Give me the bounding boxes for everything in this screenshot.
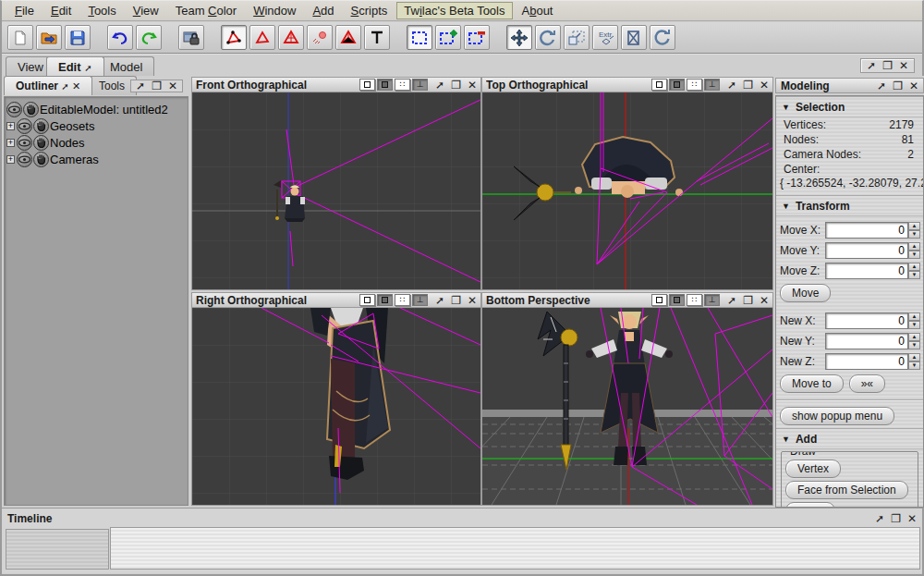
redo-button[interactable] <box>136 25 162 50</box>
tab-tools[interactable]: Tools <box>87 76 137 95</box>
move-button[interactable]: Move <box>780 284 831 302</box>
lock-hand-icon[interactable] <box>33 152 49 167</box>
viewport-right-canvas[interactable] <box>191 308 481 506</box>
undo-button[interactable] <box>107 25 133 50</box>
new-y-input[interactable] <box>825 333 908 349</box>
spin-up-icon[interactable]: ▲ <box>908 313 920 321</box>
lock-hand-icon[interactable] <box>33 135 49 151</box>
maximize-icon[interactable]: ❐ <box>743 296 753 305</box>
tree-item-geosets[interactable]: + Geosets <box>6 117 186 134</box>
float-icon[interactable]: ➚ <box>136 81 145 91</box>
maximize-icon[interactable]: ❐ <box>451 80 461 90</box>
text-mode-button[interactable] <box>364 25 390 50</box>
spin-up-icon[interactable]: ▲ <box>908 263 920 271</box>
selection-section-header[interactable]: ▼ Selection <box>776 96 923 117</box>
move-y-input[interactable] <box>825 242 908 259</box>
float-icon[interactable]: ➚ <box>867 61 876 70</box>
spin-up-icon[interactable]: ▲ <box>908 222 920 230</box>
move-to-button[interactable]: Move to <box>780 374 844 393</box>
spin-down-icon[interactable]: ▼ <box>908 341 920 349</box>
menu-team-color[interactable]: Team Color <box>168 2 244 19</box>
new-x-input[interactable] <box>825 313 908 329</box>
ortho-toggle[interactable]: ⊥ <box>412 294 428 306</box>
move-x-input[interactable] <box>825 222 908 239</box>
close-icon[interactable]: ✕ <box>909 81 918 91</box>
grid-dots-toggle[interactable]: ∷ <box>395 294 410 306</box>
expand-plus-icon[interactable]: + <box>6 155 15 164</box>
vertex-button[interactable]: Vertex <box>785 460 841 478</box>
spin-up-icon[interactable]: ▲ <box>908 242 920 251</box>
wireframe-toggle[interactable] <box>359 294 375 306</box>
visibility-eye-icon[interactable] <box>6 102 22 117</box>
tree-item-cameras[interactable]: + Cameras <box>6 151 186 167</box>
extrude-normal-tool-button[interactable] <box>621 25 647 50</box>
spin-down-icon[interactable]: ▼ <box>908 271 920 279</box>
particle-mode-button[interactable] <box>307 25 333 50</box>
extrude-tool-button[interactable]: Extr <box>592 25 618 50</box>
wireframe-toggle[interactable] <box>651 294 667 306</box>
mesh-mode-button[interactable] <box>335 25 361 50</box>
rotate-tool-button[interactable] <box>535 25 561 50</box>
new-z-input[interactable] <box>825 353 908 370</box>
viewport-front-canvas[interactable] <box>191 92 481 290</box>
shaded-toggle[interactable] <box>377 294 393 306</box>
maximize-icon[interactable]: ❐ <box>891 514 901 523</box>
viewport-top-canvas[interactable] <box>481 92 773 290</box>
scale-tool-button[interactable] <box>564 25 590 50</box>
close-icon[interactable]: ✕ <box>907 514 917 523</box>
menu-add[interactable]: Add <box>305 2 341 19</box>
maximize-icon[interactable]: ❐ <box>743 80 753 90</box>
float-icon[interactable]: ➚ <box>727 296 736 305</box>
grid-dots-toggle[interactable]: ∷ <box>687 294 702 306</box>
ortho-toggle[interactable]: ⊥ <box>704 79 720 91</box>
float-icon[interactable]: ➚ <box>435 296 444 305</box>
spin-down-icon[interactable]: ▼ <box>908 321 920 329</box>
maximize-icon[interactable]: ❐ <box>451 296 461 305</box>
close-icon[interactable]: ✕ <box>468 80 477 90</box>
tab-model[interactable]: Model <box>98 56 154 76</box>
lock-hand-icon[interactable] <box>33 118 49 134</box>
transform-section-header[interactable]: ▼ Transform <box>776 195 923 216</box>
rotate-free-tool-button[interactable] <box>650 25 675 50</box>
wireframe-toggle[interactable] <box>651 79 667 91</box>
expand-plus-icon[interactable]: + <box>6 139 15 147</box>
visibility-eye-icon[interactable] <box>17 118 32 134</box>
snapshot-lock-button[interactable] <box>178 25 204 50</box>
edge-mode-button[interactable] <box>249 25 275 50</box>
timeline-track-header[interactable] <box>6 529 109 570</box>
menu-window[interactable]: Window <box>246 2 303 19</box>
viewport-right-header[interactable]: Right Orthographical ∷ ⊥ ➚ ❐ ✕ <box>191 292 481 308</box>
menu-view[interactable]: View <box>126 2 166 19</box>
expand-plus-icon[interactable]: + <box>6 122 15 130</box>
maximize-icon[interactable]: ❐ <box>893 81 903 91</box>
visibility-eye-icon[interactable] <box>17 152 32 167</box>
timeline-track-area[interactable] <box>110 527 920 570</box>
viewport-perspective-canvas[interactable] <box>481 308 773 506</box>
tab-edit[interactable]: Edit ➚ <box>46 56 104 76</box>
swap-coords-button[interactable]: »« <box>849 374 885 393</box>
menu-twilacs-beta-tools[interactable]: Twilac's Beta Tools <box>396 2 512 19</box>
close-icon[interactable]: ✕ <box>899 61 908 70</box>
close-icon[interactable]: ✕ <box>168 81 177 91</box>
viewport-front-header[interactable]: Front Orthographical ∷ ⊥ ➚ ❐ ✕ <box>191 77 481 92</box>
ortho-toggle[interactable]: ⊥ <box>704 294 720 306</box>
shaded-toggle[interactable] <box>669 294 685 306</box>
save-button[interactable] <box>65 25 91 50</box>
spin-up-icon[interactable]: ▲ <box>908 353 920 362</box>
ortho-toggle[interactable]: ⊥ <box>412 79 428 91</box>
add-section-header[interactable]: ▼ Add <box>776 428 923 449</box>
visibility-eye-icon[interactable] <box>17 135 32 151</box>
open-file-button[interactable] <box>36 25 62 50</box>
menu-tools[interactable]: Tools <box>80 2 123 19</box>
face-mode-button[interactable] <box>278 25 304 50</box>
spin-down-icon[interactable]: ▼ <box>908 251 920 259</box>
grid-dots-toggle[interactable]: ∷ <box>687 79 702 91</box>
close-icon[interactable]: ✕ <box>468 296 477 305</box>
float-icon[interactable]: ➚ <box>84 63 91 73</box>
vertex-mode-button[interactable] <box>221 25 247 50</box>
move-z-input[interactable] <box>825 263 908 279</box>
move-tool-button[interactable] <box>506 25 532 50</box>
menu-file[interactable]: File <box>7 2 42 19</box>
wireframe-toggle[interactable] <box>359 79 375 91</box>
spin-down-icon[interactable]: ▼ <box>908 230 920 239</box>
